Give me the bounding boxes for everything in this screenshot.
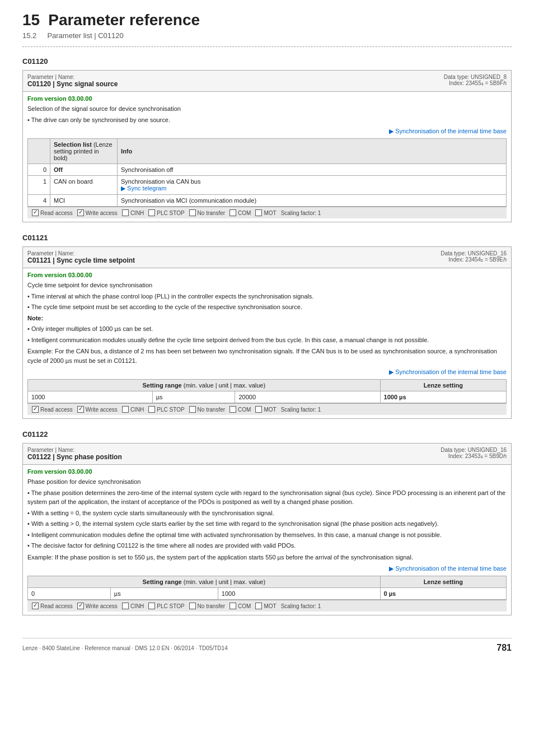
param-c01122-range-table: Setting range (min. value | unit | max. … bbox=[27, 576, 507, 600]
row-val: Off bbox=[50, 164, 118, 176]
table-row: 1 CAN on board Synchronisation via CAN b… bbox=[28, 176, 507, 195]
param-c01120-desc: Selection of the signal source for devic… bbox=[27, 104, 507, 124]
cinh-checkbox bbox=[122, 406, 129, 413]
mot-checkbox bbox=[255, 209, 262, 216]
page-number: 781 bbox=[496, 643, 512, 653]
row-val: CAN on board bbox=[50, 176, 118, 195]
param-c01120-table: Selection list (Lenze setting printed in… bbox=[27, 138, 507, 207]
notransfer-checkbox bbox=[189, 406, 196, 413]
param-c01120-access: Read access Write access CINH PLC STOP N… bbox=[27, 207, 507, 218]
row-num: 0 bbox=[28, 164, 50, 176]
param-c01120-name: C01120 | Sync signal source bbox=[27, 80, 118, 88]
cinh-checkbox bbox=[122, 603, 129, 609]
col-range: Setting range (min. value | unit | max. … bbox=[28, 380, 381, 391]
param-c01121-name: C01121 | Sync cycle time setpoint bbox=[27, 256, 135, 264]
cinh-checkbox bbox=[122, 209, 129, 216]
param-c01121-param-label: Parameter | Name: bbox=[27, 250, 135, 256]
param-c01121-access: Read access Write access CINH PLC STOP N… bbox=[27, 403, 507, 415]
row-num: 4 bbox=[28, 195, 50, 207]
range-lenze: 0 µs bbox=[380, 588, 506, 600]
section-num: 15.2 bbox=[22, 31, 36, 40]
row-info: Synchronisation via MCI (communication m… bbox=[118, 195, 507, 207]
row-num: 1 bbox=[28, 176, 50, 195]
col-num bbox=[28, 139, 50, 164]
param-c01122-desc: Phase position for device synchronisatio… bbox=[27, 477, 507, 562]
col-lenze: Lenze setting bbox=[380, 576, 506, 588]
section-c01122-label: C01122 bbox=[22, 430, 512, 438]
notransfer-checkbox bbox=[189, 209, 196, 216]
range-min: 1000 bbox=[28, 391, 153, 403]
row-info: Synchronisation off bbox=[118, 164, 507, 176]
param-c01122-version: From version 03.00.00 bbox=[27, 468, 507, 475]
com-checkbox bbox=[229, 603, 236, 609]
param-c01122-header: Parameter | Name: C01122 | Sync phase po… bbox=[23, 444, 511, 465]
param-c01120-param-label: Parameter | Name: bbox=[27, 74, 118, 80]
param-c01122-param-label: Parameter | Name: bbox=[27, 447, 122, 453]
param-c01121-sync-link[interactable]: Synchronisation of the internal time bas… bbox=[27, 368, 507, 376]
section-c01120-label: C01120 bbox=[22, 57, 512, 66]
range-unit: µs bbox=[110, 588, 218, 600]
notransfer-checkbox bbox=[189, 603, 196, 609]
scaling-label: Scaling factor: 1 bbox=[281, 209, 321, 216]
section-title: Parameter list | C01120 bbox=[47, 31, 123, 40]
param-c01122-name: C01122 | Sync phase position bbox=[27, 453, 122, 461]
read-checkbox bbox=[32, 406, 39, 413]
col-range: Setting range (min. value | unit | max. … bbox=[28, 576, 381, 588]
com-checkbox bbox=[229, 209, 236, 216]
mot-checkbox bbox=[255, 603, 262, 609]
write-checkbox bbox=[77, 209, 84, 216]
param-c01120-type: Data type: UNSIGNED_8 Index: 23455₂ = 5B… bbox=[444, 74, 507, 86]
com-checkbox bbox=[229, 406, 236, 413]
param-block-c01122: Parameter | Name: C01122 | Sync phase po… bbox=[22, 443, 512, 615]
param-c01120-header: Parameter | Name: C01120 | Sync signal s… bbox=[23, 71, 511, 92]
param-c01122-type: Data type: UNSIGNED_16 Index: 23453₂ = 5… bbox=[441, 447, 507, 459]
sync-telegram-link[interactable]: Sync telegram bbox=[121, 185, 166, 192]
page-header: 15 Parameter reference 15.2 Parameter li… bbox=[22, 11, 512, 40]
write-checkbox bbox=[77, 406, 84, 413]
table-row: 0 Off Synchronisation off bbox=[28, 164, 507, 176]
plcstop-checkbox bbox=[148, 406, 155, 413]
param-c01122-access: Read access Write access CINH PLC STOP N… bbox=[27, 600, 507, 612]
param-c01122-body: From version 03.00.00 Phase position for… bbox=[23, 465, 511, 615]
chapter-number: 15 bbox=[22, 11, 40, 29]
read-checkbox bbox=[32, 209, 39, 216]
mot-checkbox bbox=[255, 406, 262, 413]
param-c01122-sync-link[interactable]: Synchronisation of the internal time bas… bbox=[27, 565, 507, 572]
param-c01121-body: From version 03.00.00 Cycle time setpoin… bbox=[23, 268, 511, 418]
range-lenze: 1000 µs bbox=[380, 391, 506, 403]
section-c01121-label: C01121 bbox=[22, 234, 512, 242]
param-c01121-version: From version 03.00.00 bbox=[27, 272, 507, 278]
range-row: 1000 µs 20000 1000 µs bbox=[28, 391, 507, 403]
range-max: 1000 bbox=[218, 588, 380, 600]
param-block-c01120: Parameter | Name: C01120 | Sync signal s… bbox=[22, 70, 512, 222]
param-block-c01121: Parameter | Name: C01121 | Sync cycle ti… bbox=[22, 246, 512, 419]
param-c01120-body: From version 03.00.00 Selection of the s… bbox=[23, 92, 511, 222]
range-max: 20000 bbox=[235, 391, 380, 403]
range-min: 0 bbox=[28, 588, 111, 600]
col-info: Info bbox=[118, 139, 507, 164]
page-footer: Lenze · 8400 StateLine · Reference manua… bbox=[22, 638, 512, 653]
plcstop-checkbox bbox=[148, 603, 155, 609]
write-checkbox bbox=[77, 603, 84, 609]
col-selection: Selection list (Lenze setting printed in… bbox=[50, 139, 118, 164]
row-info: Synchronisation via CAN bus Sync telegra… bbox=[118, 176, 507, 195]
divider bbox=[22, 46, 512, 47]
range-unit: µs bbox=[152, 391, 235, 403]
col-lenze: Lenze setting bbox=[380, 380, 506, 391]
param-c01120-version: From version 03.00.00 bbox=[27, 95, 507, 102]
param-c01121-range-table: Setting range (min. value | unit | max. … bbox=[27, 379, 507, 403]
chapter-title: Parameter reference bbox=[48, 11, 200, 29]
param-c01121-desc: Cycle time setpoint for device synchroni… bbox=[27, 281, 507, 365]
scaling-label: Scaling factor: 1 bbox=[281, 406, 321, 413]
read-checkbox bbox=[32, 603, 39, 609]
param-c01121-header: Parameter | Name: C01121 | Sync cycle ti… bbox=[23, 247, 511, 268]
footer-text: Lenze · 8400 StateLine · Reference manua… bbox=[22, 645, 228, 651]
param-c01120-sync-link[interactable]: Synchronisation of the internal time bas… bbox=[27, 128, 507, 135]
param-c01121-type: Data type: UNSIGNED_16 Index: 23454₂ = 5… bbox=[441, 250, 507, 263]
scaling-label: Scaling factor: 1 bbox=[281, 603, 321, 609]
range-row: 0 µs 1000 0 µs bbox=[28, 588, 507, 600]
table-row: 4 MCI Synchronisation via MCI (communica… bbox=[28, 195, 507, 207]
row-val: MCI bbox=[50, 195, 118, 207]
plcstop-checkbox bbox=[148, 209, 155, 216]
